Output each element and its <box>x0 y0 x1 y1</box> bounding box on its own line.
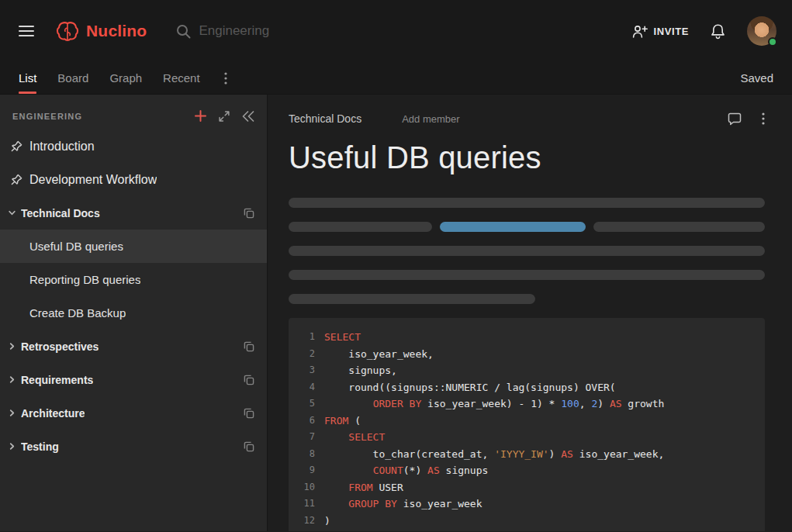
line-number: 11 <box>301 496 315 513</box>
code-line-content: to_char(created_at, 'IYYY_IW') AS iso_ye… <box>324 446 664 463</box>
sidebar-item-label: Useful DB queries <box>29 240 123 253</box>
sidebar-item-testing[interactable]: Testing <box>0 430 267 463</box>
sidebar-item-reporting-db-queries[interactable]: Reporting DB queries <box>0 263 267 296</box>
placeholder-bar-highlighted <box>440 222 586 232</box>
sidebar-item-label: Retrospectives <box>21 340 99 353</box>
sidebar-item-label: Technical Docs <box>21 207 100 219</box>
search-bar[interactable]: Engineering <box>176 23 269 39</box>
line-number: 9 <box>301 462 315 479</box>
sidebar-item-label: Create DB Backup <box>29 306 126 320</box>
line-number: 8 <box>301 446 315 463</box>
sidebar-item-list: IntroductionDevelopment WorkflowTechnica… <box>0 130 267 463</box>
invite-button[interactable]: INVITE <box>632 25 690 38</box>
chevron-right-icon[interactable] <box>6 409 17 417</box>
sidebar-item-useful-db-queries[interactable]: Useful DB queries <box>0 230 267 263</box>
tab-list[interactable]: List <box>19 62 36 94</box>
placeholder-bar <box>289 270 765 280</box>
duplicate-icon[interactable] <box>244 208 254 219</box>
sidebar-item-introduction[interactable]: Introduction <box>0 130 267 163</box>
content-area: ENGINEERING IntroductionDevelopment Work… <box>0 95 792 531</box>
breadcrumb[interactable]: Technical Docs <box>289 112 361 125</box>
code-line-content: SELECT <box>324 429 385 446</box>
code-line: 6FROM ( <box>301 413 752 430</box>
topbar-actions: INVITE <box>632 16 777 46</box>
view-tabs: ListBoardGraphRecent <box>19 62 221 94</box>
tab-graph[interactable]: Graph <box>109 62 142 94</box>
chevron-right-icon[interactable] <box>6 342 17 351</box>
invite-user-icon <box>632 25 648 38</box>
sidebar-item-retrospectives[interactable]: Retrospectives <box>0 330 267 363</box>
placeholder-bar-row <box>289 222 765 232</box>
sidebar-item-label: Reporting DB queries <box>29 273 140 286</box>
code-line-content: GROUP BY iso_year_week <box>324 496 482 513</box>
code-line-content: SELECT <box>324 329 361 346</box>
sidebar-item-label: Introduction <box>29 140 95 154</box>
code-line: 3 signups, <box>301 362 752 379</box>
sidebar-item-architecture[interactable]: Architecture <box>0 396 267 430</box>
tabs-more-icon[interactable] <box>221 72 230 85</box>
add-item-button[interactable] <box>195 110 206 122</box>
tab-recent[interactable]: Recent <box>163 62 200 94</box>
add-member-button[interactable]: Add member <box>402 113 459 125</box>
collapse-sidebar-icon[interactable] <box>242 111 254 122</box>
code-line-content: ORDER BY iso_year_week) - 1) * 100, 2) A… <box>324 396 664 413</box>
sidebar-item-label: Requirements <box>21 374 93 386</box>
placeholder-bar <box>289 294 535 304</box>
code-line-content: signups, <box>324 362 397 379</box>
code-line: 12) <box>301 513 752 530</box>
notifications-button[interactable] <box>711 23 725 40</box>
sidebar-item-development-workflow[interactable]: Development Workflow <box>0 163 267 196</box>
expand-icon[interactable] <box>219 111 230 122</box>
code-line: 9 COUNT(*) AS signups <box>301 462 752 479</box>
topbar: Nuclino Engineering INVITE <box>0 0 792 62</box>
sidebar-item-label: Testing <box>21 440 59 453</box>
placeholder-bar <box>593 222 765 232</box>
save-status: Saved <box>740 71 773 85</box>
line-number: 2 <box>301 346 315 363</box>
duplicate-icon[interactable] <box>244 408 254 419</box>
line-number: 10 <box>301 479 315 496</box>
invite-label: INVITE <box>654 26 690 37</box>
placeholder-bar <box>289 222 432 232</box>
content-placeholders <box>289 198 765 304</box>
menu-icon[interactable] <box>19 26 34 36</box>
duplicate-icon[interactable] <box>244 341 254 352</box>
chevron-right-icon[interactable] <box>6 375 17 384</box>
duplicate-icon[interactable] <box>244 375 254 385</box>
code-line-content: round((signups::NUMERIC / lag(signups) O… <box>324 379 616 396</box>
doc-header: Technical Docs Add member <box>289 109 765 128</box>
line-number: 12 <box>301 513 315 530</box>
code-line-content: COUNT(*) AS signups <box>324 462 488 479</box>
line-number: 1 <box>301 329 315 346</box>
page-title[interactable]: Useful DB queries <box>289 140 765 175</box>
sidebar-item-create-db-backup[interactable]: Create DB Backup <box>0 296 267 330</box>
duplicate-icon[interactable] <box>244 441 254 452</box>
view-tabbar: ListBoardGraphRecent Saved <box>0 62 792 95</box>
line-number: 3 <box>301 362 315 379</box>
logo-text: Nuclino <box>86 22 147 40</box>
doc-more-icon[interactable] <box>762 112 765 125</box>
search-placeholder: Engineering <box>199 23 269 39</box>
code-line: 2 iso_year_week, <box>301 346 752 363</box>
chevron-right-icon[interactable] <box>6 442 17 451</box>
nuclino-logo[interactable]: Nuclino <box>56 21 147 42</box>
sidebar-item-label: Architecture <box>21 407 85 420</box>
code-lines: 1SELECT2 iso_year_week,3 signups,4 round… <box>301 329 752 529</box>
avatar[interactable] <box>747 16 776 46</box>
code-line-content: FROM USER <box>324 479 403 496</box>
sidebar-item-technical-docs[interactable]: Technical Docs <box>0 196 267 230</box>
code-line-content: FROM ( <box>324 413 361 430</box>
code-line-content: ) <box>324 513 330 530</box>
code-line: 1SELECT <box>301 329 752 346</box>
search-icon <box>176 24 191 39</box>
code-block[interactable]: 1SELECT2 iso_year_week,3 signups,4 round… <box>289 318 765 531</box>
placeholder-bar <box>289 246 765 256</box>
sidebar-item-requirements[interactable]: Requirements <box>0 363 267 396</box>
tab-board[interactable]: Board <box>57 62 88 94</box>
comments-button[interactable] <box>728 112 742 126</box>
bell-icon <box>711 23 725 40</box>
sidebar-actions <box>195 110 254 122</box>
line-number: 5 <box>301 396 315 413</box>
chevron-down-icon[interactable] <box>6 209 17 217</box>
code-line: 7 SELECT <box>301 429 752 446</box>
